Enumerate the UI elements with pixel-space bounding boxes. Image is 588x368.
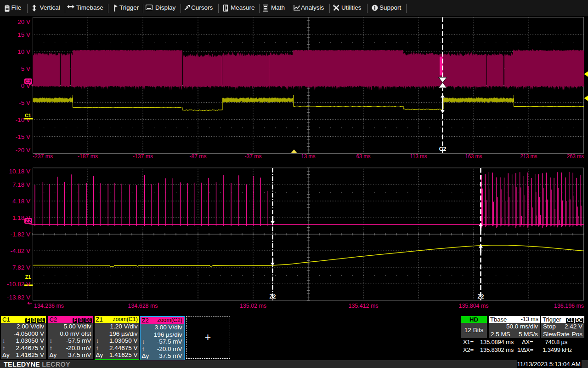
svg-text:134.628 ms: 134.628 ms [128,302,158,309]
svg-text:-237 ms: -237 ms [33,153,53,160]
svg-text:-4.82 V: -4.82 V [10,247,30,254]
svg-text:Z2: Z2 [269,293,276,300]
svg-text:163 ms: 163 ms [465,153,482,160]
svg-text:C2: C2 [25,79,32,84]
svg-text:10.18 V: 10.18 V [9,168,30,175]
svg-text:Z2: Z2 [477,293,484,300]
svg-text:135.02 ms: 135.02 ms [240,302,266,309]
svg-text:15 V: 15 V [17,31,30,38]
svg-text:-13.82 V: -13.82 V [7,294,30,301]
svg-text:-187 ms: -187 ms [78,153,98,160]
svg-text:136.196 ms: 136.196 ms [554,302,584,309]
svg-text:134.236 ms: 134.236 ms [34,302,64,309]
svg-text:13 ms: 13 ms [301,153,316,160]
svg-text:Z1: Z1 [25,274,31,280]
svg-text:-137 ms: -137 ms [133,153,153,160]
svg-text:135.804 ms: 135.804 ms [459,302,489,309]
svg-text:63 ms: 63 ms [356,153,371,160]
svg-text:C1: C1 [25,113,31,118]
svg-text:213 ms: 213 ms [520,153,537,160]
svg-text:-20 V: -20 V [16,147,30,154]
svg-text:-15 V: -15 V [16,133,30,140]
svg-text:-7.82 V: -7.82 V [10,264,30,271]
svg-text:20 V: 20 V [17,18,30,25]
svg-text:C2: C2 [439,146,447,152]
svg-text:10 V: 10 V [17,48,30,55]
svg-text:-1.82 V: -1.82 V [10,231,30,238]
svg-text:263 ms: 263 ms [567,153,584,160]
svg-text:135.412 ms: 135.412 ms [349,302,379,309]
svg-text:7.18 V: 7.18 V [12,181,30,188]
svg-text:4.18 V: 4.18 V [12,198,30,205]
svg-text:1.18 V: 1.18 V [12,214,30,221]
svg-text:-10.82 V: -10.82 V [7,281,30,288]
svg-text:-5 V: -5 V [19,99,30,106]
svg-text:113 ms: 113 ms [410,153,427,160]
svg-text:-87 ms: -87 ms [190,153,207,160]
svg-text:5 V: 5 V [21,65,30,72]
svg-text:-37 ms: -37 ms [245,153,262,160]
